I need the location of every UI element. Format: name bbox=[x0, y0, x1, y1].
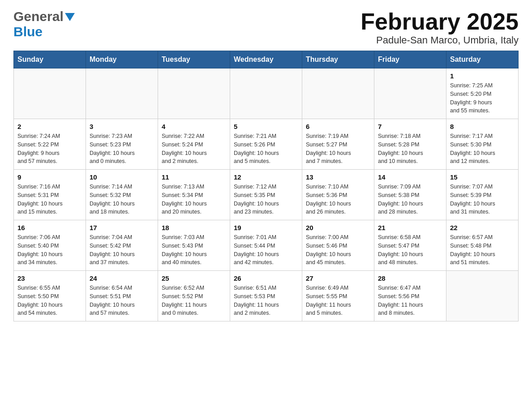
day-number: 23 bbox=[17, 274, 82, 282]
calendar-day-cell bbox=[230, 68, 302, 119]
calendar-day-cell: 3Sunrise: 7:23 AMSunset: 5:23 PMDaylight… bbox=[86, 119, 158, 170]
calendar-day-cell: 24Sunrise: 6:54 AMSunset: 5:51 PMDayligh… bbox=[86, 271, 158, 321]
weekday-header-friday: Friday bbox=[374, 51, 446, 68]
day-number: 28 bbox=[378, 274, 442, 282]
calendar-day-cell: 5Sunrise: 7:21 AMSunset: 5:26 PMDaylight… bbox=[230, 119, 302, 170]
calendar-week-row: 9Sunrise: 7:16 AMSunset: 5:31 PMDaylight… bbox=[14, 170, 519, 220]
calendar-day-cell: 22Sunrise: 6:57 AMSunset: 5:48 PMDayligh… bbox=[446, 220, 519, 271]
day-info: Sunrise: 7:09 AMSunset: 5:38 PMDaylight:… bbox=[378, 183, 442, 216]
weekday-header-sunday: Sunday bbox=[14, 51, 86, 68]
calendar-day-cell: 8Sunrise: 7:17 AMSunset: 5:30 PMDaylight… bbox=[446, 119, 519, 170]
day-number: 18 bbox=[162, 224, 226, 231]
day-info: Sunrise: 6:52 AMSunset: 5:52 PMDaylight:… bbox=[162, 284, 226, 317]
logo-general-text: General bbox=[13, 9, 64, 24]
day-info: Sunrise: 7:18 AMSunset: 5:28 PMDaylight:… bbox=[378, 132, 442, 166]
calendar-week-row: 1Sunrise: 7:25 AMSunset: 5:20 PMDaylight… bbox=[14, 68, 519, 119]
calendar-day-cell: 19Sunrise: 7:01 AMSunset: 5:44 PMDayligh… bbox=[230, 220, 302, 271]
day-number: 13 bbox=[306, 173, 370, 181]
day-info: Sunrise: 7:07 AMSunset: 5:39 PMDaylight:… bbox=[450, 183, 515, 216]
day-number: 15 bbox=[450, 173, 515, 181]
calendar-day-cell: 9Sunrise: 7:16 AMSunset: 5:31 PMDaylight… bbox=[14, 170, 86, 220]
day-info: Sunrise: 6:55 AMSunset: 5:50 PMDaylight:… bbox=[17, 284, 82, 317]
day-number: 19 bbox=[234, 224, 298, 231]
day-number: 12 bbox=[234, 173, 298, 181]
calendar-day-cell bbox=[302, 68, 374, 119]
calendar-day-cell: 7Sunrise: 7:18 AMSunset: 5:28 PMDaylight… bbox=[374, 119, 446, 170]
calendar-day-cell: 11Sunrise: 7:13 AMSunset: 5:34 PMDayligh… bbox=[158, 170, 230, 220]
day-number: 20 bbox=[306, 224, 370, 231]
day-number: 7 bbox=[378, 123, 442, 130]
weekday-header-monday: Monday bbox=[86, 51, 158, 68]
svg-marker-0 bbox=[65, 13, 75, 21]
day-number: 16 bbox=[17, 224, 82, 231]
calendar-day-cell: 15Sunrise: 7:07 AMSunset: 5:39 PMDayligh… bbox=[446, 170, 519, 220]
calendar-day-cell: 6Sunrise: 7:19 AMSunset: 5:27 PMDaylight… bbox=[302, 119, 374, 170]
day-info: Sunrise: 7:13 AMSunset: 5:34 PMDaylight:… bbox=[162, 183, 226, 216]
day-number: 27 bbox=[306, 274, 370, 282]
day-info: Sunrise: 6:49 AMSunset: 5:55 PMDaylight:… bbox=[306, 284, 370, 317]
day-number: 21 bbox=[378, 224, 442, 231]
calendar-day-cell bbox=[446, 271, 519, 321]
weekday-header-tuesday: Tuesday bbox=[158, 51, 230, 68]
calendar-day-cell bbox=[374, 68, 446, 119]
logo-blue-text: Blue bbox=[13, 24, 43, 39]
day-info: Sunrise: 6:57 AMSunset: 5:48 PMDaylight:… bbox=[450, 233, 515, 267]
day-info: Sunrise: 7:23 AMSunset: 5:23 PMDaylight:… bbox=[90, 132, 154, 166]
day-info: Sunrise: 7:24 AMSunset: 5:22 PMDaylight:… bbox=[17, 132, 82, 166]
calendar-day-cell: 10Sunrise: 7:14 AMSunset: 5:32 PMDayligh… bbox=[86, 170, 158, 220]
day-number: 26 bbox=[234, 274, 298, 282]
day-number: 8 bbox=[450, 123, 515, 130]
day-number: 17 bbox=[90, 224, 154, 231]
calendar-day-cell bbox=[158, 68, 230, 119]
day-info: Sunrise: 7:01 AMSunset: 5:44 PMDaylight:… bbox=[234, 233, 298, 267]
day-number: 3 bbox=[90, 123, 154, 130]
calendar-day-cell: 14Sunrise: 7:09 AMSunset: 5:38 PMDayligh… bbox=[374, 170, 446, 220]
calendar-day-cell: 21Sunrise: 6:58 AMSunset: 5:47 PMDayligh… bbox=[374, 220, 446, 271]
day-info: Sunrise: 7:16 AMSunset: 5:31 PMDaylight:… bbox=[17, 183, 82, 216]
day-number: 1 bbox=[450, 72, 515, 80]
day-number: 14 bbox=[378, 173, 442, 181]
weekday-header-saturday: Saturday bbox=[446, 51, 519, 68]
day-info: Sunrise: 7:06 AMSunset: 5:40 PMDaylight:… bbox=[17, 233, 82, 267]
day-number: 22 bbox=[450, 224, 515, 231]
day-number: 24 bbox=[90, 274, 154, 282]
day-info: Sunrise: 7:19 AMSunset: 5:27 PMDaylight:… bbox=[306, 132, 370, 166]
day-number: 4 bbox=[162, 123, 226, 130]
weekday-header-thursday: Thursday bbox=[302, 51, 374, 68]
day-info: Sunrise: 6:54 AMSunset: 5:51 PMDaylight:… bbox=[90, 284, 154, 317]
day-info: Sunrise: 7:17 AMSunset: 5:30 PMDaylight:… bbox=[450, 132, 515, 166]
calendar-day-cell: 13Sunrise: 7:10 AMSunset: 5:36 PMDayligh… bbox=[302, 170, 374, 220]
day-info: Sunrise: 7:14 AMSunset: 5:32 PMDaylight:… bbox=[90, 183, 154, 216]
day-info: Sunrise: 6:51 AMSunset: 5:53 PMDaylight:… bbox=[234, 284, 298, 317]
calendar-day-cell: 1Sunrise: 7:25 AMSunset: 5:20 PMDaylight… bbox=[446, 68, 519, 119]
day-info: Sunrise: 6:58 AMSunset: 5:47 PMDaylight:… bbox=[378, 233, 442, 267]
calendar-day-cell: 20Sunrise: 7:00 AMSunset: 5:46 PMDayligh… bbox=[302, 220, 374, 271]
calendar-day-cell: 27Sunrise: 6:49 AMSunset: 5:55 PMDayligh… bbox=[302, 271, 374, 321]
day-info: Sunrise: 7:12 AMSunset: 5:35 PMDaylight:… bbox=[234, 183, 298, 216]
calendar-week-row: 23Sunrise: 6:55 AMSunset: 5:50 PMDayligh… bbox=[14, 271, 519, 321]
calendar-day-cell: 26Sunrise: 6:51 AMSunset: 5:53 PMDayligh… bbox=[230, 271, 302, 321]
day-info: Sunrise: 7:21 AMSunset: 5:26 PMDaylight:… bbox=[234, 132, 298, 166]
day-number: 2 bbox=[17, 123, 82, 130]
calendar-day-cell: 2Sunrise: 7:24 AMSunset: 5:22 PMDaylight… bbox=[14, 119, 86, 170]
day-number: 5 bbox=[234, 123, 298, 130]
day-number: 10 bbox=[90, 173, 154, 181]
calendar-title-block: February 2025 Padule-San Marco, Umbria, … bbox=[360, 9, 519, 46]
day-info: Sunrise: 7:04 AMSunset: 5:42 PMDaylight:… bbox=[90, 233, 154, 267]
calendar-header-row: SundayMondayTuesdayWednesdayThursdayFrid… bbox=[14, 51, 519, 68]
calendar-day-cell: 4Sunrise: 7:22 AMSunset: 5:24 PMDaylight… bbox=[158, 119, 230, 170]
day-number: 9 bbox=[17, 173, 82, 181]
day-info: Sunrise: 7:25 AMSunset: 5:20 PMDaylight:… bbox=[450, 81, 515, 115]
calendar-week-row: 16Sunrise: 7:06 AMSunset: 5:40 PMDayligh… bbox=[14, 220, 519, 271]
calendar-day-cell bbox=[86, 68, 158, 119]
day-number: 25 bbox=[162, 274, 226, 282]
day-info: Sunrise: 7:22 AMSunset: 5:24 PMDaylight:… bbox=[162, 132, 226, 166]
calendar-day-cell: 25Sunrise: 6:52 AMSunset: 5:52 PMDayligh… bbox=[158, 271, 230, 321]
calendar-day-cell: 12Sunrise: 7:12 AMSunset: 5:35 PMDayligh… bbox=[230, 170, 302, 220]
page-header: General Blue February 2025 Padule-San Ma… bbox=[13, 9, 519, 46]
calendar-day-cell: 17Sunrise: 7:04 AMSunset: 5:42 PMDayligh… bbox=[86, 220, 158, 271]
calendar-table: SundayMondayTuesdayWednesdayThursdayFrid… bbox=[13, 51, 519, 321]
calendar-day-cell bbox=[14, 68, 86, 119]
calendar-day-cell: 23Sunrise: 6:55 AMSunset: 5:50 PMDayligh… bbox=[14, 271, 86, 321]
calendar-title: February 2025 bbox=[360, 9, 519, 34]
